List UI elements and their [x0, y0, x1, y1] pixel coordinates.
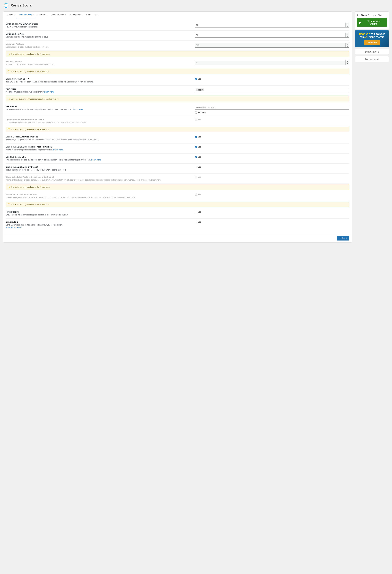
setting-share-more-than-once: Share More Than Once? If all available p… — [6, 76, 349, 85]
share-scheduled-posts-label: Yes — [198, 176, 201, 178]
setting-post-types: Post Types Which post types should Reviv… — [6, 85, 349, 96]
pro-notice-share-content-variations: ⓘ This feature is only available in the … — [6, 202, 349, 207]
info-icon: ⓘ — [8, 70, 10, 73]
share-more-than-once-wrap: Yes — [195, 78, 201, 80]
status-icon: ⏱ — [357, 13, 360, 17]
min-post-age-input[interactable] — [195, 33, 346, 37]
upgrade-button[interactable]: UPGRADE — [364, 40, 380, 45]
status-value: Sharing Not Started — [368, 14, 384, 16]
post-types-learn-more[interactable]: Learn more. — [44, 91, 54, 93]
update-published-date-wrap: Yes — [195, 118, 201, 121]
true-instant-share-wrap: Yes — [195, 156, 201, 158]
share-more-than-once-checkbox[interactable] — [195, 78, 197, 80]
setting-desc-contributing: Send anonymous data to help us understan… — [6, 224, 192, 229]
setting-title-instant-sharing-by-default: Enable Instant Sharing By Default — [6, 166, 192, 168]
setting-desc-number-of-posts: Number of posts to share per account whe… — [6, 63, 192, 66]
exclude-wrap: Exclude? — [195, 111, 349, 114]
setting-min-post-age: Minimum Post Age Minimum age of posts av… — [6, 31, 349, 41]
setting-desc-update-published-date: Update the post published date after it … — [6, 121, 192, 124]
google-analytics-wrap: Yes — [195, 136, 201, 138]
play-icon: ▶ — [359, 21, 361, 24]
taxonomies-learn-more[interactable]: Learn more. — [73, 108, 83, 110]
update-published-date-checkbox — [195, 118, 197, 121]
setting-desc-taxonomies: Taxonomies available for the selected po… — [6, 108, 192, 111]
start-sharing-button[interactable]: ▶ Click to Start Sharing — [357, 18, 387, 27]
google-analytics-checkbox[interactable] — [195, 136, 197, 138]
leave-review-button[interactable]: Leave a review — [355, 56, 389, 62]
true-instant-share-learn-more[interactable]: Learn more. — [91, 159, 101, 161]
google-analytics-label: Yes — [198, 136, 201, 138]
share-content-variations-checkbox — [195, 193, 197, 196]
tabs-bar: Accounts General Settings Post Format Cu… — [3, 12, 352, 18]
app-title: Revive Social — [11, 3, 32, 7]
setting-min-interval: Minimum Interval Between Shares How many… — [6, 20, 349, 31]
documentation-button[interactable]: Documentation — [355, 49, 389, 55]
checkmark-icon: ✓ — [339, 237, 341, 239]
contributing-checkbox[interactable] — [195, 221, 197, 223]
setting-title-taxonomies: Taxonomies — [6, 105, 192, 107]
min-post-age-up[interactable]: ▲ — [346, 33, 349, 35]
true-instant-share-label: Yes — [198, 156, 201, 158]
tab-custom-schedule[interactable]: Custom Schedule — [49, 12, 68, 18]
share-more-than-once-label: Yes — [198, 78, 201, 80]
setting-title-number-of-posts: Number of Posts — [6, 60, 192, 62]
instant-sharing-learn-more[interactable]: Learn more. — [53, 149, 63, 151]
setting-update-published-date: Update Post Published Date After Share U… — [6, 116, 349, 126]
setting-desc-instant-sharing: Allows you to share posts immediately on… — [6, 148, 192, 151]
exclude-label: Exclude? — [198, 111, 206, 114]
tab-general-settings[interactable]: General Settings — [17, 12, 35, 18]
save-button[interactable]: ✓ Save — [337, 236, 349, 241]
setting-google-analytics: Enable Google Analytics Tracking If chec… — [6, 133, 349, 144]
setting-housekeeping: Housekeeping Should we delete all saved … — [6, 208, 349, 219]
housekeeping-wrap: Yes — [195, 211, 201, 213]
setting-desc-housekeeping: Should we delete all saved settings on d… — [6, 213, 192, 216]
setting-title-min-interval: Minimum Interval Between Shares — [6, 23, 192, 25]
post-types-tags-input[interactable]: Posts × — [195, 88, 349, 92]
setting-title-min-post-age: Minimum Post Age — [6, 33, 192, 35]
share-content-variations-learn-more[interactable]: Learn more. — [125, 196, 136, 199]
true-instant-share-checkbox[interactable] — [195, 156, 197, 158]
upgrade-banner: UPGRADE TO PRO NOW FOR 47% MORE TRAFFIC … — [355, 30, 389, 47]
pro-notice-update-published-date: ⓘ This feature is only available in the … — [6, 127, 349, 132]
pro-notice-share-scheduled-posts: ⓘ This feature is only available in the … — [6, 184, 349, 190]
setting-title-instant-sharing: Enable Instant Sharing Feature (Post on … — [6, 146, 192, 148]
share-scheduled-posts-learn-more[interactable]: Learn more. — [151, 179, 161, 181]
housekeeping-checkbox[interactable] — [195, 211, 197, 213]
tab-sharing-queue[interactable]: Sharing Queue — [68, 12, 85, 18]
min-post-age-down[interactable]: ▼ — [346, 35, 349, 37]
min-interval-down[interactable]: ▼ — [346, 25, 349, 27]
setting-desc-true-instant-share: This option sends the post out as soon a… — [6, 159, 192, 161]
setting-number-of-posts: Number of Posts Number of posts to share… — [6, 58, 349, 68]
pro-notice-post-types: ⓘ Selecting custom post types is availab… — [6, 96, 349, 102]
setting-desc-instant-sharing-by-default: Instant sharing option will be checked b… — [6, 168, 192, 171]
share-scheduled-posts-wrap: Yes — [195, 176, 201, 178]
setting-title-google-analytics: Enable Google Analytics Tracking — [6, 136, 192, 138]
setting-desc-share-scheduled-posts: Allows for the sharing of posts schedule… — [6, 179, 192, 181]
instant-sharing-by-default-label: Yes — [198, 166, 201, 168]
update-published-date-learn-more[interactable]: Learn more. — [77, 121, 86, 123]
number-of-posts-input — [195, 61, 346, 65]
max-post-age-input-wrap: ▲ ▼ — [195, 43, 349, 48]
exclude-checkbox[interactable] — [195, 112, 197, 114]
contributing-what-do-we-track[interactable]: What do we track? — [6, 226, 22, 229]
tab-sharing-logs[interactable]: Sharing Logs — [85, 12, 100, 18]
instant-sharing-by-default-wrap: Yes — [195, 166, 201, 168]
max-post-age-down: ▼ — [346, 45, 349, 47]
min-interval-input[interactable] — [195, 23, 346, 27]
info-icon: ⓘ — [8, 186, 10, 188]
pro-notice-number-of-posts: ⓘ This feature is only available in the … — [6, 69, 349, 74]
post-types-tag-posts-remove[interactable]: × — [202, 89, 204, 91]
app-header: Revive Social — [3, 2, 389, 8]
min-interval-up[interactable]: ▲ — [346, 23, 349, 25]
tab-post-format[interactable]: Post Format — [35, 12, 49, 18]
taxonomies-select[interactable]: Please select something — [195, 105, 349, 109]
instant-sharing-by-default-checkbox[interactable] — [195, 166, 197, 168]
tab-accounts[interactable]: Accounts — [6, 12, 17, 18]
info-icon: ⓘ — [8, 98, 10, 101]
save-row: ✓ Save — [3, 234, 352, 242]
instant-sharing-checkbox[interactable] — [195, 146, 197, 148]
setting-title-contributing: Contributing — [6, 221, 192, 223]
instant-sharing-wrap: Yes — [195, 146, 201, 148]
contributing-label: Yes — [198, 221, 201, 223]
number-of-posts-up: ▲ — [346, 61, 349, 62]
